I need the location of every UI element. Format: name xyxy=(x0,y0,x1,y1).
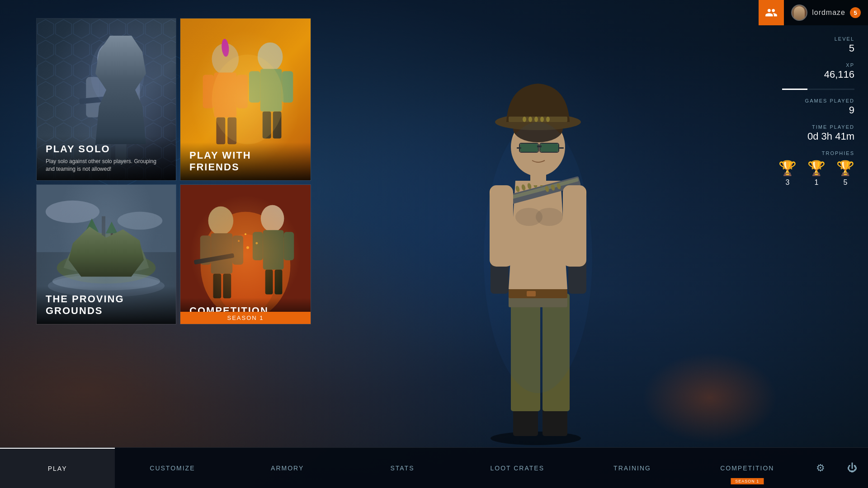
play-solo-title: PLAY SOLO xyxy=(46,143,167,155)
time-played-label: TIME PLAYED xyxy=(764,124,854,130)
svg-point-30 xyxy=(212,55,284,145)
svg-rect-58 xyxy=(275,270,283,295)
settings-button[interactable]: ⚙ xyxy=(805,448,836,488)
svg-point-35 xyxy=(57,252,156,284)
svg-rect-10 xyxy=(86,77,99,117)
trophies-row: 🏆 3 🏆 1 🏆 5 xyxy=(764,160,854,187)
svg-rect-9 xyxy=(99,75,127,128)
power-icon: ⏻ xyxy=(847,462,857,474)
svg-rect-25 xyxy=(249,71,260,103)
trophy-silver-icon: 🏆 xyxy=(807,160,826,177)
play-friends-overlay: PLAY WITH FRIENDS xyxy=(180,142,311,180)
time-played-value: 0d 3h 41m xyxy=(764,131,854,142)
games-played-label: GAMES PLAYED xyxy=(764,98,854,103)
svg-point-62 xyxy=(245,233,246,235)
nav-play[interactable]: PLAY xyxy=(0,448,115,488)
svg-point-96 xyxy=(528,117,532,122)
svg-point-99 xyxy=(546,117,550,122)
nav-stats[interactable]: STATS xyxy=(345,448,460,488)
play-solo-overlay: PLAY SOLO Play solo against other solo p… xyxy=(37,136,176,180)
svg-point-59 xyxy=(246,246,249,249)
settings-icon: ⚙ xyxy=(816,462,825,474)
svg-rect-22 xyxy=(227,117,236,145)
trophy-bronze-icon: 🏆 xyxy=(836,160,854,177)
character-area xyxy=(316,0,755,447)
svg-marker-39 xyxy=(106,221,118,233)
nav-loot-crates[interactable]: LOOT CRATES xyxy=(460,448,575,488)
nav-armory-label: ARMORY xyxy=(271,465,304,472)
svg-point-17 xyxy=(212,43,239,75)
svg-point-23 xyxy=(258,42,283,71)
play-solo-desc: Play solo against other solo players. Gr… xyxy=(46,158,167,173)
svg-rect-54 xyxy=(263,230,284,269)
friends-button[interactable] xyxy=(759,0,784,25)
avatar-figure xyxy=(794,6,805,20)
svg-rect-52 xyxy=(194,253,235,264)
svg-rect-51 xyxy=(223,274,231,299)
svg-point-61 xyxy=(255,242,258,244)
mode-cards-grid: PLAY SOLO Play solo against other solo p… xyxy=(36,18,311,324)
nav-customize-label: CUSTOMIZE xyxy=(150,465,195,472)
svg-marker-37 xyxy=(85,219,99,232)
svg-rect-57 xyxy=(265,270,273,295)
svg-rect-56 xyxy=(283,232,294,260)
proving-grounds-title: THE PROVING GROUNDS xyxy=(46,293,167,317)
nav-customize[interactable]: CUSTOMIZE xyxy=(115,448,230,488)
notification-badge: 5 xyxy=(850,7,861,18)
svg-point-34 xyxy=(118,212,162,230)
svg-rect-50 xyxy=(213,274,221,299)
nav-training[interactable]: TRAINING xyxy=(575,448,689,488)
topbar: lordmaze 5 xyxy=(759,0,868,25)
play-solo-card[interactable]: PLAY SOLO Play solo against other solo p… xyxy=(36,18,176,181)
svg-point-33 xyxy=(46,201,99,223)
svg-point-15 xyxy=(90,37,144,108)
power-button[interactable]: ⏻ xyxy=(836,448,868,488)
svg-rect-14 xyxy=(79,96,115,104)
svg-point-107 xyxy=(484,122,592,393)
play-friends-card[interactable]: PLAY WITH FRIENDS xyxy=(180,18,311,181)
nav-stats-label: STATS xyxy=(390,465,414,472)
svg-rect-11 xyxy=(127,77,140,117)
svg-point-95 xyxy=(523,117,526,122)
svg-point-8 xyxy=(97,41,129,77)
nav-competition[interactable]: COMPETITION xyxy=(690,448,805,488)
svg-rect-36 xyxy=(90,227,93,239)
svg-rect-32 xyxy=(37,185,176,252)
xp-bar xyxy=(782,89,854,90)
stats-panel: LEVEL 5 XP 46,116 GAMES PLAYED 9 TIME PL… xyxy=(764,36,854,187)
username-label: lordmaze xyxy=(812,9,845,17)
competition-season-badge: SEASON 1 xyxy=(180,312,311,324)
friends-icon xyxy=(765,6,778,19)
character-svg xyxy=(450,77,622,447)
svg-point-29 xyxy=(221,38,230,57)
avatar xyxy=(791,5,807,21)
xp-label: XP xyxy=(764,62,854,68)
proving-grounds-card[interactable]: THE PROVING GROUNDS xyxy=(36,184,176,324)
nav-armory[interactable]: ARMORY xyxy=(230,448,345,488)
level-value: 5 xyxy=(764,42,854,54)
svg-rect-20 xyxy=(236,75,248,108)
trophy-gold-count: 3 xyxy=(786,178,790,187)
svg-point-60 xyxy=(238,240,240,242)
games-played-value: 9 xyxy=(764,104,854,116)
user-info[interactable]: lordmaze 5 xyxy=(784,0,868,25)
level-label: LEVEL xyxy=(764,36,854,42)
play-friends-title: PLAY WITH FRIENDS xyxy=(189,150,302,173)
svg-point-53 xyxy=(261,205,284,232)
svg-point-46 xyxy=(208,206,234,235)
svg-rect-21 xyxy=(216,117,225,145)
xp-bar-fill xyxy=(782,89,807,90)
nav-training-label: TRAINING xyxy=(613,465,651,472)
trophies-label: TROPHIES xyxy=(764,150,854,156)
svg-rect-28 xyxy=(273,112,282,139)
nav-competition-label: COMPETITION xyxy=(720,465,774,472)
competition-card[interactable]: COMPETITION SEASON 1 xyxy=(180,184,311,324)
svg-rect-38 xyxy=(111,230,113,239)
svg-rect-48 xyxy=(200,235,211,265)
trophy-silver-count: 1 xyxy=(815,178,819,187)
svg-rect-18 xyxy=(214,72,236,117)
trophy-gold: 🏆 3 xyxy=(778,160,797,187)
nav-loot-crates-label: LOOT CRATES xyxy=(491,465,545,472)
svg-rect-24 xyxy=(260,69,282,111)
trophy-gold-icon: 🏆 xyxy=(778,160,797,177)
